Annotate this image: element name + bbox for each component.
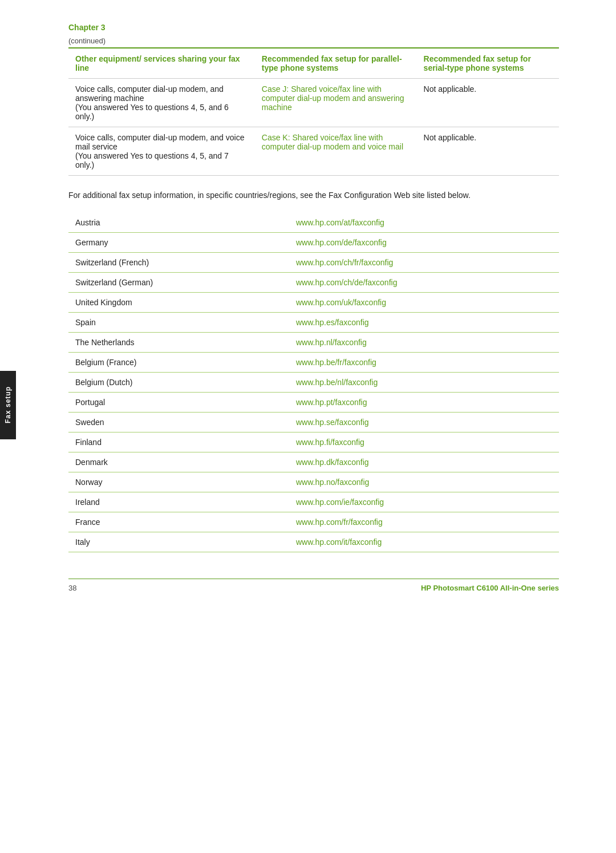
fax-row-2: Switzerland (French)www.hp.com/ch/fr/fax… <box>68 253 559 273</box>
fax-row-15: Francewww.hp.com/fr/faxconfig <box>68 512 559 532</box>
url-cell-11[interactable]: www.hp.fi/faxconfig <box>289 432 559 452</box>
country-cell-11: Finland <box>68 432 289 452</box>
url-cell-13[interactable]: www.hp.no/faxconfig <box>289 472 559 492</box>
url-cell-9[interactable]: www.hp.pt/faxconfig <box>289 393 559 413</box>
fax-row-14: Irelandwww.hp.com/ie/faxconfig <box>68 492 559 512</box>
equipment-cell-0: Voice calls, computer dial-up modem, and… <box>68 79 255 127</box>
url-cell-6[interactable]: www.hp.nl/faxconfig <box>289 333 559 353</box>
country-cell-8: Belgium (Dutch) <box>68 373 289 393</box>
country-cell-16: Italy <box>68 532 289 552</box>
side-tab: Fax setup <box>0 371 16 439</box>
chapter-label: Chapter 3 <box>68 23 559 32</box>
col-header-serial: Recommended fax setup for serial-type ph… <box>417 48 559 79</box>
fax-row-11: Finlandwww.hp.fi/faxconfig <box>68 432 559 452</box>
fax-row-6: The Netherlandswww.hp.nl/faxconfig <box>68 333 559 353</box>
url-cell-7[interactable]: www.hp.be/fr/faxconfig <box>289 353 559 373</box>
country-cell-13: Norway <box>68 472 289 492</box>
serial-cell-0: Not applicable. <box>417 79 559 127</box>
parallel-cell-0: Case J: Shared voice/fax line with compu… <box>255 79 417 127</box>
fax-row-3: Switzerland (German)www.hp.com/ch/de/fax… <box>68 273 559 293</box>
equipment-row-1: Voice calls, computer dial-up modem, and… <box>68 127 559 176</box>
col-header-equipment: Other equipment/ services sharing your f… <box>68 48 255 79</box>
country-cell-7: Belgium (France) <box>68 353 289 373</box>
footer-page-number: 38 <box>68 584 76 592</box>
country-cell-6: The Netherlands <box>68 333 289 353</box>
url-cell-0[interactable]: www.hp.com/at/faxconfig <box>289 213 559 233</box>
fax-row-5: Spainwww.hp.es/faxconfig <box>68 313 559 333</box>
country-cell-4: United Kingdom <box>68 293 289 313</box>
fax-row-9: Portugalwww.hp.pt/faxconfig <box>68 393 559 413</box>
col-header-parallel: Recommended fax setup for parallel-type … <box>255 48 417 79</box>
url-cell-5[interactable]: www.hp.es/faxconfig <box>289 313 559 333</box>
fax-row-12: Denmarkwww.hp.dk/faxconfig <box>68 452 559 472</box>
equipment-cell-1: Voice calls, computer dial-up modem, and… <box>68 127 255 176</box>
country-cell-14: Ireland <box>68 492 289 512</box>
url-cell-1[interactable]: www.hp.com/de/faxconfig <box>289 233 559 253</box>
url-cell-12[interactable]: www.hp.dk/faxconfig <box>289 452 559 472</box>
page-footer: 38 HP Photosmart C6100 All-in-One series <box>68 579 559 592</box>
parallel-cell-1: Case K: Shared voice/fax line with compu… <box>255 127 417 176</box>
country-cell-5: Spain <box>68 313 289 333</box>
country-cell-10: Sweden <box>68 413 289 432</box>
equipment-row-0: Voice calls, computer dial-up modem, and… <box>68 79 559 127</box>
url-cell-8[interactable]: www.hp.be/nl/faxconfig <box>289 373 559 393</box>
equipment-table: Other equipment/ services sharing your f… <box>68 47 559 176</box>
url-cell-15[interactable]: www.hp.com/fr/faxconfig <box>289 512 559 532</box>
fax-row-16: Italywww.hp.com/it/faxconfig <box>68 532 559 552</box>
country-cell-9: Portugal <box>68 393 289 413</box>
fax-row-0: Austriawww.hp.com/at/faxconfig <box>68 213 559 233</box>
continued-label: (continued) <box>68 37 559 45</box>
url-cell-14[interactable]: www.hp.com/ie/faxconfig <box>289 492 559 512</box>
intro-text: For additional fax setup information, in… <box>68 189 559 201</box>
fax-row-4: United Kingdomwww.hp.com/uk/faxconfig <box>68 293 559 313</box>
fax-row-1: Germanywww.hp.com/de/faxconfig <box>68 233 559 253</box>
fax-row-7: Belgium (France)www.hp.be/fr/faxconfig <box>68 353 559 373</box>
serial-cell-1: Not applicable. <box>417 127 559 176</box>
fax-row-10: Swedenwww.hp.se/faxconfig <box>68 413 559 432</box>
url-cell-10[interactable]: www.hp.se/faxconfig <box>289 413 559 432</box>
country-cell-1: Germany <box>68 233 289 253</box>
country-cell-0: Austria <box>68 213 289 233</box>
url-cell-3[interactable]: www.hp.com/ch/de/faxconfig <box>289 273 559 293</box>
url-cell-2[interactable]: www.hp.com/ch/fr/faxconfig <box>289 253 559 273</box>
url-cell-4[interactable]: www.hp.com/uk/faxconfig <box>289 293 559 313</box>
side-tab-label: Fax setup <box>4 386 12 423</box>
country-cell-15: France <box>68 512 289 532</box>
country-cell-12: Denmark <box>68 452 289 472</box>
fax-config-table: Austriawww.hp.com/at/faxconfigGermanywww… <box>68 213 559 552</box>
country-cell-3: Switzerland (German) <box>68 273 289 293</box>
footer-product-name: HP Photosmart C6100 All-in-One series <box>421 584 559 592</box>
country-cell-2: Switzerland (French) <box>68 253 289 273</box>
fax-row-8: Belgium (Dutch)www.hp.be/nl/faxconfig <box>68 373 559 393</box>
url-cell-16[interactable]: www.hp.com/it/faxconfig <box>289 532 559 552</box>
fax-row-13: Norwaywww.hp.no/faxconfig <box>68 472 559 492</box>
